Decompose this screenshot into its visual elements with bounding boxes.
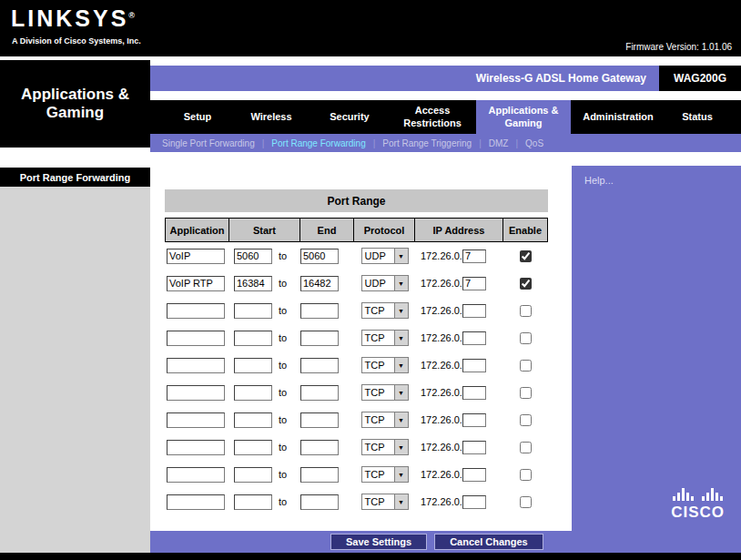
- protocol-value: TCP: [362, 303, 394, 318]
- start-port-input[interactable]: [234, 385, 272, 401]
- start-port-input[interactable]: [234, 276, 272, 291]
- ip-suffix-input[interactable]: [462, 441, 486, 454]
- end-port-input[interactable]: [300, 358, 339, 373]
- protocol-select[interactable]: TCP ▼: [361, 412, 409, 428]
- subtab-port-range-forwarding[interactable]: Port Range Forwarding: [271, 138, 365, 148]
- protocol-select[interactable]: TCP ▼: [361, 439, 409, 455]
- application-input[interactable]: [167, 385, 225, 401]
- start-port-input[interactable]: [234, 303, 272, 319]
- application-input[interactable]: [167, 412, 225, 428]
- protocol-select[interactable]: UDP ▼: [361, 248, 409, 264]
- ip-suffix-input[interactable]: [462, 413, 486, 427]
- protocol-select[interactable]: UDP ▼: [361, 275, 409, 291]
- chevron-down-icon[interactable]: ▼: [394, 331, 408, 345]
- tab-wireless[interactable]: Wireless: [232, 100, 310, 134]
- ip-suffix-input[interactable]: [462, 304, 486, 318]
- protocol-value: UDP: [362, 249, 394, 263]
- application-input[interactable]: [167, 331, 225, 346]
- chevron-down-icon[interactable]: ▼: [394, 467, 408, 482]
- end-port-input[interactable]: [300, 467, 339, 483]
- enable-checkbox[interactable]: [520, 469, 532, 481]
- chevron-down-icon[interactable]: ▼: [394, 385, 408, 400]
- sub-nav: Single Port Forwarding | Port Range Forw…: [150, 134, 741, 152]
- chevron-down-icon[interactable]: ▼: [394, 276, 408, 290]
- start-port-input[interactable]: [234, 412, 272, 428]
- start-port-input[interactable]: [234, 440, 272, 455]
- ip-suffix-input[interactable]: [462, 495, 486, 509]
- ip-suffix-input[interactable]: [462, 468, 486, 482]
- tab-setup[interactable]: Setup: [163, 100, 232, 134]
- end-port-input[interactable]: [300, 303, 339, 319]
- tab-security[interactable]: Security: [310, 100, 389, 134]
- ip-suffix-input[interactable]: [462, 359, 486, 372]
- application-input[interactable]: [167, 440, 225, 455]
- enable-checkbox[interactable]: [520, 360, 532, 372]
- end-port-input[interactable]: [300, 385, 339, 401]
- chevron-down-icon[interactable]: ▼: [394, 358, 408, 372]
- protocol-select[interactable]: TCP ▼: [361, 466, 409, 483]
- end-port-input[interactable]: [300, 494, 339, 510]
- start-port-input[interactable]: [234, 467, 272, 483]
- enable-checkbox[interactable]: [520, 496, 532, 508]
- end-port-input[interactable]: [300, 276, 339, 291]
- chevron-down-icon[interactable]: ▼: [394, 412, 408, 427]
- to-label: to: [279, 305, 287, 316]
- end-port-input[interactable]: [300, 331, 339, 346]
- cisco-logo: CISCO: [671, 486, 725, 522]
- cisco-division-tagline: A Division of Cisco Systems, Inc.: [12, 36, 141, 46]
- end-port-input[interactable]: [300, 412, 339, 428]
- start-port-input[interactable]: [234, 358, 272, 373]
- enable-checkbox[interactable]: [520, 387, 532, 399]
- ip-prefix-label: 172.26.0.: [421, 278, 462, 289]
- ip-suffix-input[interactable]: [462, 277, 486, 290]
- start-port-input[interactable]: [234, 331, 272, 346]
- application-input[interactable]: [167, 276, 225, 291]
- cisco-bridge-icon: [671, 486, 725, 501]
- application-input[interactable]: [167, 358, 225, 373]
- subnav-separator: |: [373, 138, 376, 148]
- enable-checkbox[interactable]: [520, 305, 532, 317]
- application-input[interactable]: [167, 467, 225, 483]
- enable-checkbox[interactable]: [520, 250, 532, 262]
- ip-suffix-input[interactable]: [462, 249, 486, 263]
- application-input[interactable]: [167, 494, 225, 510]
- start-port-input[interactable]: [234, 249, 272, 264]
- chevron-down-icon[interactable]: ▼: [394, 440, 408, 454]
- protocol-select[interactable]: TCP ▼: [361, 302, 409, 319]
- tab-administration[interactable]: Administration: [571, 100, 665, 134]
- tab-status[interactable]: Status: [665, 100, 729, 134]
- footer-bar: Save Settings Cancel Changes: [150, 531, 741, 553]
- table-row: to TCP ▼ 172.26.0.: [165, 379, 548, 406]
- ip-suffix-input[interactable]: [462, 331, 486, 345]
- subnav-separator: |: [479, 138, 482, 148]
- application-input[interactable]: [167, 249, 225, 264]
- chevron-down-icon[interactable]: ▼: [394, 249, 408, 263]
- ip-suffix-input[interactable]: [462, 386, 486, 400]
- enable-checkbox[interactable]: [520, 278, 532, 290]
- chevron-down-icon[interactable]: ▼: [394, 494, 408, 509]
- tab-access-restrictions[interactable]: Access Restrictions: [389, 100, 476, 134]
- end-port-input[interactable]: [300, 440, 339, 455]
- enable-checkbox[interactable]: [520, 414, 532, 426]
- enable-checkbox[interactable]: [520, 332, 532, 344]
- chevron-down-icon[interactable]: ▼: [394, 303, 408, 318]
- col-header-start: Start: [229, 218, 300, 242]
- enable-checkbox[interactable]: [520, 442, 532, 453]
- subtab-port-range-triggering[interactable]: Port Range Triggering: [382, 138, 472, 148]
- end-port-input[interactable]: [300, 249, 339, 264]
- protocol-select[interactable]: TCP ▼: [361, 494, 409, 510]
- help-link[interactable]: Help...: [584, 175, 614, 186]
- protocol-select[interactable]: TCP ▼: [361, 384, 409, 401]
- application-input[interactable]: [167, 303, 225, 319]
- save-settings-button[interactable]: Save Settings: [330, 534, 427, 550]
- to-label: to: [279, 496, 287, 507]
- tab-applications-gaming[interactable]: Applications & Gaming: [476, 100, 571, 134]
- protocol-select[interactable]: TCP ▼: [361, 357, 409, 373]
- cancel-changes-button[interactable]: Cancel Changes: [434, 534, 543, 550]
- subtab-single-port-forwarding[interactable]: Single Port Forwarding: [162, 138, 255, 148]
- table-row: to TCP ▼ 172.26.0.: [165, 297, 548, 324]
- subtab-dmz[interactable]: DMZ: [489, 138, 509, 148]
- protocol-select[interactable]: TCP ▼: [361, 330, 409, 346]
- start-port-input[interactable]: [234, 494, 272, 510]
- subtab-qos[interactable]: QoS: [525, 138, 543, 148]
